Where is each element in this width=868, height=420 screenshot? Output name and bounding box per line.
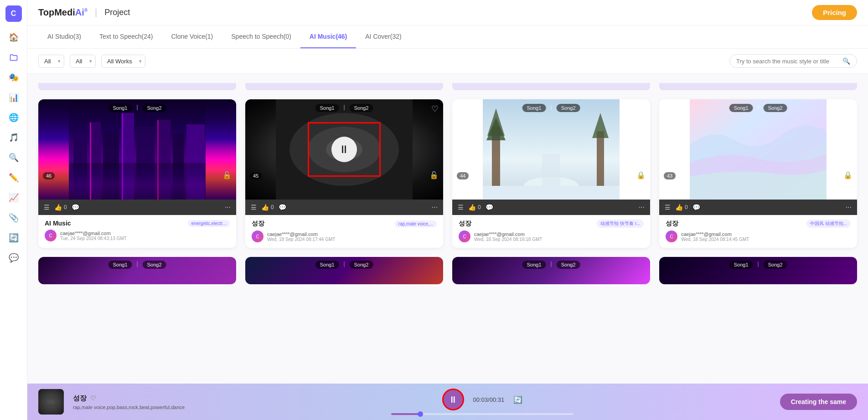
music-grid: Song1 | Song2 46 🔓 ☰ 👍 0: [38, 99, 857, 248]
tab-sts[interactable]: Speech to Speech(0): [222, 26, 300, 48]
user-avatar-3: C: [459, 230, 470, 242]
list-icon-3[interactable]: ☰: [458, 204, 464, 211]
list-icon-2[interactable]: ☰: [251, 204, 257, 211]
avatar[interactable]: C: [5, 5, 22, 22]
card-title-row-3: 성장 动感节拍 快节奏 r...: [459, 220, 644, 228]
creating-same-button[interactable]: Creating the same: [780, 394, 857, 410]
main-content: TopMediAi® | Project Pricing AI Studio(3…: [27, 0, 868, 420]
player-heart-icon[interactable]: ♡: [90, 394, 96, 402]
card-image-1[interactable]: Song1 | Song2 46 🔓: [38, 99, 236, 200]
sidebar-icon-chat[interactable]: 💬: [5, 250, 22, 266]
music-card-4: Song1 | Song2 43 🔒 ☰ 👍 0: [659, 99, 857, 248]
tab-ai-studio[interactable]: AI Studio(3): [38, 26, 90, 48]
search-input[interactable]: [736, 58, 839, 65]
card-badge-4: 中国风 动感节拍...: [806, 220, 851, 228]
song-tags-1: Song1 | Song2: [108, 104, 166, 112]
filter-select-1[interactable]: All: [38, 55, 64, 68]
user-avatar-1: C: [45, 230, 57, 241]
more-btn-2[interactable]: ···: [432, 203, 438, 211]
card-info-1: AI Music energetic,electr... C caejae***…: [38, 215, 236, 247]
sidebar-icon-mask[interactable]: 🎭: [5, 69, 22, 86]
tab-ai-cover[interactable]: AI Cover(32): [356, 26, 410, 48]
like-btn-1[interactable]: 👍 0: [54, 204, 67, 211]
more-btn-3[interactable]: ···: [639, 203, 645, 211]
sidebar-icon-folder[interactable]: [5, 49, 22, 66]
search-icon[interactable]: 🔍: [842, 57, 850, 65]
comment-btn-3[interactable]: 💬: [486, 204, 493, 211]
partial-top-1: [38, 83, 236, 90]
progress-fill: [391, 413, 420, 415]
user-email-1: caejae****@gmail.com: [60, 230, 127, 236]
bottom-card-4[interactable]: Song1 | Song2: [659, 257, 857, 284]
tab-ai-music[interactable]: AI Music(46): [300, 26, 356, 48]
more-btn-1[interactable]: ···: [225, 203, 231, 211]
player-refresh-icon[interactable]: 🔄: [513, 395, 522, 404]
card-title-1: AI Music: [45, 220, 71, 227]
thumb-up-icon-2: 👍: [261, 204, 269, 211]
content-area[interactable]: AI Studio(3) Text to Speech(24) Clone Vo…: [27, 26, 868, 420]
header: TopMediAi® | Project Pricing: [27, 0, 868, 26]
player-controls: ⏸ 00:03/00:31 🔄: [194, 389, 770, 415]
tab-clone-voice[interactable]: Clone Voice(1): [162, 26, 222, 48]
song-tags-3: Song1 | Song2: [522, 104, 580, 112]
sidebar-icon-edit[interactable]: ✏️: [5, 169, 22, 186]
player-thumbnail: [38, 389, 64, 415]
filter-select-3[interactable]: All Works: [101, 55, 145, 68]
card-image-3[interactable]: Song1 | Song2 44 🔒: [452, 99, 650, 200]
list-icon-1[interactable]: ☰: [44, 204, 50, 211]
sidebar-icon-chart[interactable]: 📊: [5, 89, 22, 106]
like-btn-4[interactable]: 👍 0: [675, 204, 688, 211]
card-badge-3: 动感节拍 快节奏 r...: [597, 220, 644, 228]
progress-bar[interactable]: [391, 413, 574, 415]
more-btn-4[interactable]: ···: [846, 203, 852, 211]
progress-dot: [418, 411, 423, 417]
filter-select-2[interactable]: All: [70, 55, 96, 68]
bottom-card-1[interactable]: Song1 | Song2: [38, 257, 236, 284]
pause-overlay-2[interactable]: ⏸: [331, 137, 357, 162]
user-info-1: caejae****@gmail.com Tue, 24 Sep 2024 08…: [60, 230, 127, 241]
comment-btn-2[interactable]: 💬: [279, 204, 286, 211]
like-btn-3[interactable]: 👍 0: [468, 204, 481, 211]
thumb-up-icon-4: 👍: [675, 204, 683, 211]
sidebar-icon-globe[interactable]: 🌐: [5, 109, 22, 126]
card-num-4: 43: [664, 172, 676, 179]
card-actions-2: ☰ 👍 0 💬 ···: [245, 200, 443, 215]
tabs-bar: AI Studio(3) Text to Speech(24) Clone Vo…: [27, 26, 868, 49]
heart-btn-2[interactable]: ♡: [431, 104, 439, 114]
card-image-2[interactable]: ⏸ Song1 | Song2 ♡ 45 🔓: [245, 99, 443, 200]
sidebar-icon-home[interactable]: 🏠: [5, 29, 22, 46]
user-avatar-4: C: [666, 230, 677, 242]
user-info-4: caejae****@gmail.com Wed, 18 Sep 2024 08…: [681, 231, 749, 242]
svg-rect-9: [69, 163, 206, 200]
card-image-4[interactable]: Song1 | Song2 43 🔒: [659, 99, 857, 200]
sidebar-icon-music[interactable]: 🎵: [5, 129, 22, 146]
comment-btn-4[interactable]: 💬: [692, 204, 700, 211]
sidebar-icon-clip[interactable]: 📎: [5, 210, 22, 226]
song-tag-4-2: Song2: [764, 104, 787, 112]
tab-tts[interactable]: Text to Speech(24): [90, 26, 162, 48]
header-project: Project: [104, 8, 130, 17]
comment-btn-1[interactable]: 💬: [72, 204, 79, 211]
player-time: 00:03/00:31: [473, 396, 505, 403]
pricing-button[interactable]: Pricing: [812, 5, 857, 20]
svg-rect-11: [122, 113, 123, 200]
bottom-partial-row: Song1 | Song2 Song1 | Song2: [38, 257, 857, 284]
like-btn-2[interactable]: 👍 0: [261, 204, 274, 211]
sidebar-icon-refresh[interactable]: 🔄: [5, 230, 22, 246]
bottom-song-tag-4-2: Song2: [764, 261, 787, 269]
bottom-song-tag-1-2: Song2: [143, 261, 166, 269]
card-title-row-4: 성장 中国风 动感节拍...: [666, 220, 851, 228]
song-tag-2-1: Song1: [315, 104, 339, 112]
card-info-3: 성장 动感节拍 快节奏 r... C caejae****@gmail.com …: [452, 215, 650, 248]
player-pause-button[interactable]: ⏸: [442, 389, 464, 410]
card-user-row-1: C caejae****@gmail.com Tue, 24 Sep 2024 …: [45, 230, 230, 241]
bottom-card-3[interactable]: Song1 | Song2: [452, 257, 650, 284]
song-tag-3-2: Song2: [557, 104, 580, 112]
sidebar-icon-search[interactable]: 🔍: [5, 149, 22, 166]
bottom-song-tag-2-1: Song1: [315, 261, 339, 269]
card-info-4: 성장 中国风 动感节拍... C caejae****@gmail.com We…: [659, 215, 857, 248]
sidebar-icon-analytics[interactable]: 📈: [5, 190, 22, 206]
sidebar: C 🏠 🎭 📊 🌐 🎵 🔍 ✏️ 📈 📎 🔄 💬: [0, 0, 27, 420]
list-icon-4[interactable]: ☰: [665, 204, 671, 211]
bottom-card-2[interactable]: Song1 | Song2: [245, 257, 443, 284]
